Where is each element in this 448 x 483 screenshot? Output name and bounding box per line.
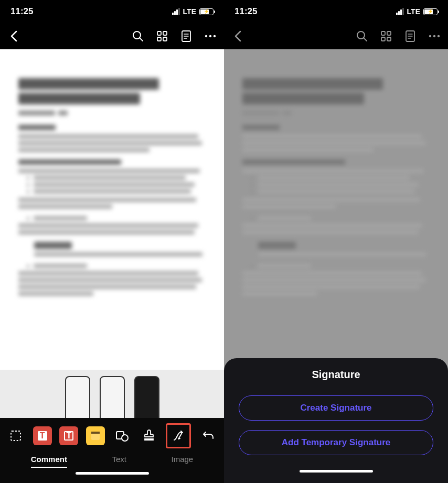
battery-icon: ⚡ [199,8,214,15]
status-bar: 11:25 LTE ⚡ [224,0,448,23]
svg-point-6 [205,35,207,37]
document-page [224,49,448,332]
status-right: LTE ⚡ [172,7,214,16]
text-box-tool[interactable]: T [59,426,78,445]
svg-rect-3 [157,37,161,41]
annotation-toolbar: T T Comment Text Image [0,418,224,483]
svg-point-8 [214,35,216,37]
status-right: LTE ⚡ [396,7,438,16]
svg-rect-18 [387,37,391,41]
status-time: 11:25 [10,6,33,17]
document-view-icon[interactable] [180,30,193,42]
top-toolbar [0,23,224,49]
document-page [0,49,224,332]
svg-rect-16 [387,31,391,35]
more-icon[interactable] [204,30,217,42]
back-button[interactable] [231,30,244,42]
svg-rect-1 [157,31,161,35]
svg-rect-15 [381,31,385,35]
search-icon[interactable] [356,30,368,42]
sticky-note-tool[interactable] [86,426,105,445]
home-indicator[interactable] [300,470,373,473]
network-label: LTE [407,7,420,16]
svg-rect-2 [163,31,167,35]
svg-rect-11 [91,432,100,434]
right-screen: 11:25 LTE ⚡ [224,0,448,483]
tab-comment[interactable]: Comment [31,455,67,468]
document-viewport[interactable] [0,49,224,418]
top-toolbar [224,23,448,49]
svg-rect-4 [163,37,167,41]
svg-point-13 [122,435,128,441]
svg-point-22 [438,35,440,37]
svg-rect-9 [11,431,20,441]
back-button[interactable] [7,30,20,42]
signature-sheet: Signature Create Signature Add Temporary… [224,358,448,483]
status-bar: 11:25 LTE ⚡ [0,0,224,23]
network-label: LTE [183,7,196,16]
document-view-icon[interactable] [404,30,417,42]
signal-icon [396,8,404,15]
svg-point-21 [433,35,435,37]
svg-rect-17 [381,37,385,41]
phone-image [65,376,90,418]
select-area-tool[interactable] [6,426,25,445]
annotation-tabs: Comment Text Image [6,455,218,472]
more-icon[interactable] [428,30,441,42]
home-indicator[interactable] [76,472,149,475]
phone-image [134,376,159,418]
add-temporary-signature-button[interactable]: Add Temporary Signature [239,430,433,455]
tab-image[interactable]: Image [172,455,194,468]
signature-tool[interactable] [166,423,191,448]
battery-icon: ⚡ [423,8,438,15]
phone-image [100,376,125,418]
svg-point-20 [429,35,431,37]
document-page-2 [0,370,224,418]
sheet-title: Signature [239,369,433,381]
undo-button[interactable] [199,426,218,445]
grid-view-icon[interactable] [156,30,168,42]
signal-icon [172,8,180,15]
tab-text[interactable]: Text [112,455,126,468]
shape-tool[interactable] [113,426,132,445]
stamp-tool[interactable] [140,426,158,445]
grid-view-icon[interactable] [380,30,392,42]
status-time: 11:25 [234,6,257,17]
search-icon[interactable] [132,30,144,42]
create-signature-button[interactable]: Create Signature [239,395,433,421]
text-highlight-tool[interactable]: T [33,426,52,445]
svg-point-7 [209,35,211,37]
left-screen: 11:25 LTE ⚡ [0,0,224,483]
